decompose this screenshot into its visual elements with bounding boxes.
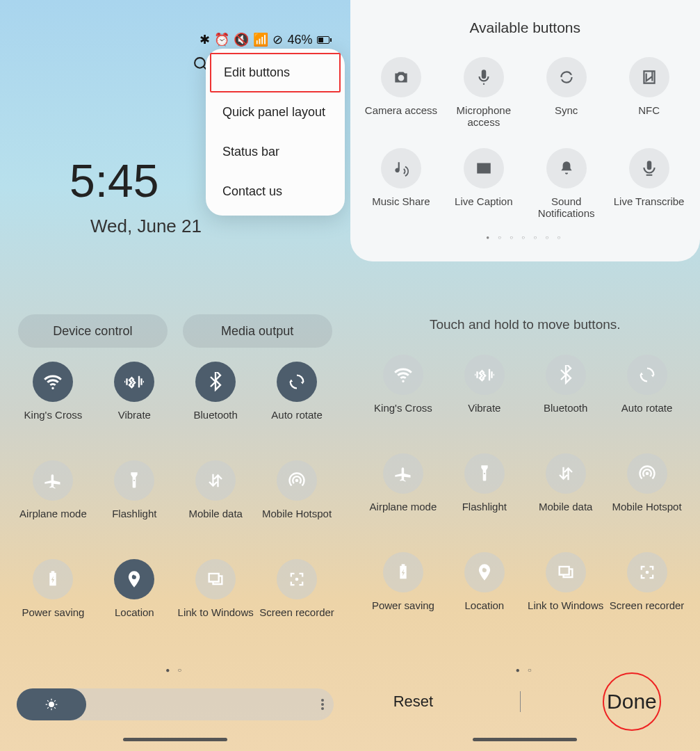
bottom-actions: Reset Done	[350, 690, 701, 713]
tile-vibrate[interactable]: Vibrate	[94, 362, 175, 433]
tile-flashlight[interactable]: Flashlight	[443, 453, 525, 524]
svg-point-0	[195, 58, 205, 68]
available-camaccess[interactable]: Camera access	[360, 57, 443, 129]
tile-autorotate[interactable]: Auto rotate	[257, 362, 338, 433]
airplane-icon	[393, 464, 413, 483]
vibrate-icon	[124, 372, 144, 391]
available-musicshare[interactable]: Music Share	[360, 148, 443, 220]
wifi-icon	[43, 372, 63, 391]
tile-powersaving[interactable]: Power saving	[363, 552, 444, 623]
available-micaccess[interactable]: Microphone access	[442, 57, 525, 129]
available-sync[interactable]: Sync	[525, 57, 608, 129]
tile-hotspot[interactable]: Mobile Hotspot	[606, 453, 687, 524]
menu-contact-us[interactable]: Contact us	[206, 172, 345, 211]
tile-label: Mobile Hotspot	[612, 501, 682, 524]
tile-mobiledata[interactable]: Mobile data	[175, 460, 257, 531]
done-button[interactable]: Done	[607, 690, 657, 713]
tile-label: Link to Windows	[528, 599, 603, 623]
tile-label: Bluetooth	[193, 409, 237, 433]
tile-link2win[interactable]: Link to Windows	[175, 559, 257, 630]
tile-flashlight[interactable]: Flashlight	[94, 460, 175, 531]
tile-label: Flashlight	[462, 501, 507, 524]
quick-panel-left: ✱ ⏰ 🔇 📶 ⊘ 46% 5:45 Wed, June 21 Device c…	[0, 0, 350, 751]
menu-quick-panel-layout[interactable]: Quick panel layout	[206, 92, 345, 132]
menu-status-bar[interactable]: Status bar	[206, 132, 345, 172]
tile-label: Vibrate	[468, 402, 500, 426]
available-label: Microphone access	[442, 104, 525, 129]
flashlight-icon	[124, 471, 144, 490]
nfc-icon	[640, 68, 658, 86]
home-indicator[interactable]	[123, 738, 227, 741]
flashlight-icon	[475, 464, 494, 483]
autorotate-icon	[287, 372, 307, 391]
wifi-status-icon: 📶	[253, 32, 268, 47]
available-soundnotif[interactable]: Sound Notifications	[525, 148, 608, 220]
tile-location[interactable]: Location	[443, 552, 525, 623]
tile-location[interactable]: Location	[94, 559, 175, 630]
tile-powersaving[interactable]: Power saving	[13, 559, 94, 630]
available-nfc[interactable]: NFC	[608, 57, 690, 129]
nosim-status-icon: ⊘	[272, 32, 283, 47]
tile-label: Bluetooth	[544, 402, 587, 426]
tile-link2win[interactable]: Link to Windows	[525, 552, 606, 623]
location-icon	[475, 563, 494, 582]
available-label: Camera access	[365, 104, 437, 116]
bluetooth-icon	[556, 365, 576, 385]
vibrate-icon	[475, 365, 494, 385]
available-label: Live Caption	[455, 195, 512, 207]
tile-screenrec[interactable]: Screen recorder	[257, 559, 338, 630]
tile-vibrate[interactable]: Vibrate	[443, 355, 525, 426]
tile-label: Location	[464, 599, 504, 623]
tile-wifi[interactable]: King's Cross	[363, 355, 444, 426]
tile-label: Flashlight	[112, 508, 156, 531]
sync-icon	[557, 68, 576, 86]
camaccess-icon	[392, 68, 410, 86]
tile-screenrec[interactable]: Screen recorder	[606, 552, 687, 623]
tile-bluetooth[interactable]: Bluetooth	[175, 362, 257, 433]
available-label: Music Share	[372, 195, 430, 207]
page-dots: ● ○	[0, 666, 350, 674]
tile-airplane[interactable]: Airplane mode	[13, 460, 94, 531]
media-output-chip[interactable]: Media output	[183, 314, 332, 348]
micaccess-icon	[475, 68, 493, 86]
tile-label: King's Cross	[374, 402, 432, 426]
brightness-slider[interactable]	[17, 688, 334, 720]
current-tiles-grid: King's CrossVibrateBluetoothAuto rotateA…	[350, 355, 701, 623]
available-label: Live Transcribe	[614, 195, 685, 207]
available-buttons-card: Available buttons Camera accessMicrophon…	[350, 0, 701, 261]
available-livecaption[interactable]: Live Caption	[442, 148, 525, 220]
tile-autorotate[interactable]: Auto rotate	[606, 355, 687, 426]
edit-buttons-panel: Available buttons Camera accessMicrophon…	[350, 0, 701, 751]
livecaption-icon	[475, 159, 493, 177]
screenrec-icon	[287, 570, 307, 589]
tile-label: Screen recorder	[259, 606, 334, 630]
tile-wifi[interactable]: King's Cross	[13, 362, 94, 433]
available-livetranscribe[interactable]: Live Transcribe	[608, 148, 690, 220]
available-buttons-grid: Camera accessMicrophone accessSyncNFCMus…	[350, 57, 701, 219]
tile-airplane[interactable]: Airplane mode	[363, 453, 444, 524]
mute-status-icon: 🔇	[234, 32, 249, 47]
tile-label: Airplane mode	[370, 501, 437, 524]
menu-edit-buttons[interactable]: Edit buttons	[210, 53, 341, 92]
available-label: NFC	[638, 104, 660, 116]
tile-bluetooth[interactable]: Bluetooth	[525, 355, 606, 426]
settings-popup: Edit buttons Quick panel layout Status b…	[206, 49, 345, 216]
tile-label: Auto rotate	[271, 409, 322, 433]
wifi-icon	[393, 365, 413, 385]
tile-label: Power saving	[22, 606, 84, 630]
tile-hotspot[interactable]: Mobile Hotspot	[257, 460, 338, 531]
powersaving-icon	[393, 563, 413, 582]
autorotate-icon	[637, 365, 657, 385]
brightness-icon	[44, 697, 58, 711]
reset-button[interactable]: Reset	[393, 693, 433, 711]
airplane-icon	[43, 471, 63, 490]
powersaving-icon	[43, 570, 63, 589]
tile-label: Mobile data	[539, 501, 593, 524]
move-hint: Touch and hold to move buttons.	[350, 317, 701, 332]
home-indicator[interactable]	[473, 738, 577, 741]
device-control-chip[interactable]: Device control	[18, 314, 168, 348]
musicshare-icon	[392, 159, 410, 177]
tile-mobiledata[interactable]: Mobile data	[525, 453, 606, 524]
tile-label: King's Cross	[24, 409, 83, 433]
brightness-more-icon[interactable]	[321, 699, 324, 710]
